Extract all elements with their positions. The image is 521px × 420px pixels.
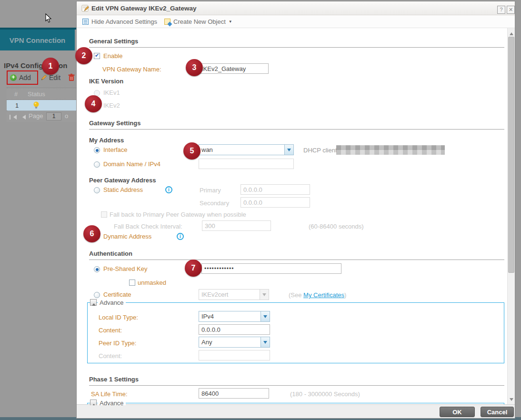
annotation-step-5: 5: [183, 142, 200, 160]
add-plus-icon: +: [10, 74, 17, 81]
interface-select[interactable]: wan: [199, 144, 294, 155]
chevron-down-icon: ▼: [229, 20, 232, 24]
primary-label: Primary: [200, 187, 221, 194]
peer-id-type-label: Peer ID Type:: [99, 340, 136, 347]
collapse-advance-button[interactable]: [90, 299, 97, 306]
annotation-step-3: 3: [186, 59, 203, 76]
dropdown-arrow-icon: [260, 337, 270, 347]
phase1-settings-heading: Phase 1 Settings: [89, 376, 139, 383]
hide-advanced-settings-label: Hide Advanced Settings: [91, 18, 157, 25]
sa-life-time-hint: (180 - 3000000 Seconds): [290, 390, 360, 398]
annotation-step-1: 1: [42, 58, 59, 75]
col-header-status: Status: [28, 90, 45, 98]
remove-trash-icon[interactable]: [68, 73, 75, 81]
primary-input[interactable]: [240, 184, 310, 195]
pre-shared-key-input[interactable]: [201, 263, 341, 274]
annotation-step-6: 6: [83, 225, 100, 242]
page-input[interactable]: 1: [46, 112, 61, 120]
row-number: 1: [15, 102, 19, 109]
local-id-type-label: Local ID Type:: [99, 314, 138, 321]
cancel-button[interactable]: Cancel: [481, 407, 514, 417]
dialog-titlebar: Edit VPN Gateway IKEv2_Gateway ? ✕: [77, 1, 515, 15]
interface-label: Interface: [103, 146, 128, 153]
dynamic-address-info-icon[interactable]: [177, 233, 184, 240]
dialog-title: Edit VPN Gateway IKEv2_Gateway: [91, 5, 197, 12]
local-content-input[interactable]: [199, 324, 270, 335]
fallback-interval-hint: (60-86400 seconds): [309, 223, 364, 230]
local-id-type-select[interactable]: IPv4: [199, 311, 270, 322]
ok-button[interactable]: OK: [440, 407, 475, 417]
status-lightbulb-icon: [32, 101, 40, 110]
help-button[interactable]: ?: [497, 6, 505, 14]
interface-radio[interactable]: [94, 147, 100, 153]
divider: [89, 129, 504, 130]
dialog-scrollbar[interactable]: [507, 28, 515, 405]
collapse-advance-button-2[interactable]: [90, 400, 97, 405]
close-button[interactable]: ✕: [507, 6, 515, 14]
certificate-label: Certificate: [103, 291, 131, 298]
create-new-object-icon: [164, 19, 170, 25]
fallback-label: Fall back to Primary Peer Gateway when p…: [110, 211, 246, 218]
prev-page-icon[interactable]: [20, 114, 26, 121]
unmasked-checkbox[interactable]: [129, 280, 135, 286]
peer-id-type-select[interactable]: Any: [199, 337, 270, 348]
fallback-interval-input[interactable]: [202, 220, 271, 231]
tab-vpn-connection[interactable]: VPN Connection: [0, 30, 75, 50]
unmasked-label: unmasked: [138, 279, 166, 286]
certificate-select[interactable]: IKEv2cert: [199, 289, 269, 300]
edit-dialog-icon: [81, 4, 90, 12]
dropdown-arrow-icon: [260, 311, 270, 321]
page-suffix: o: [65, 112, 68, 120]
gateway-settings-heading: Gateway Settings: [89, 120, 140, 127]
advance-fieldset: [87, 302, 504, 363]
annotation-step-7: 7: [185, 260, 202, 277]
first-page-icon[interactable]: [10, 114, 17, 121]
local-content-label: Content:: [99, 327, 122, 334]
scrollbar-thumb[interactable]: [508, 37, 514, 273]
vpn-gateway-name-input[interactable]: [199, 63, 269, 74]
enable-label: Enable: [103, 52, 122, 60]
edit-button[interactable]: Edit: [49, 74, 60, 81]
my-certificates-link[interactable]: My Certificates: [303, 291, 344, 299]
fallback-checkbox[interactable]: [101, 211, 107, 218]
static-address-radio[interactable]: [94, 187, 100, 193]
table-row[interactable]: 1: [7, 100, 77, 111]
table-header: # Status: [7, 88, 77, 100]
ike-version-heading: IKE Version: [89, 78, 123, 85]
advanced-settings-icon: [82, 19, 89, 25]
peer-id-type-value: Any: [201, 339, 212, 346]
add-button[interactable]: + Add: [7, 70, 38, 85]
ikev1-label: IKEv1: [103, 89, 120, 96]
authentication-heading: Authentication: [89, 250, 132, 257]
page-label: Page: [29, 112, 43, 120]
interface-select-value: wan: [201, 146, 213, 153]
divider: [89, 385, 504, 386]
dynamic-address-label: Dynamic Address: [103, 233, 151, 240]
add-button-label: Add: [19, 74, 31, 81]
hide-advanced-settings-button[interactable]: Hide Advanced Settings: [82, 15, 157, 28]
local-id-type-value: IPv4: [201, 313, 214, 320]
fallback-interval-label: Fall Back Check Interval:: [114, 223, 182, 230]
create-new-object-button[interactable]: Create New Object ▼: [164, 15, 232, 28]
my-address-heading: My Address: [89, 137, 124, 144]
domain-name-input[interactable]: [199, 159, 294, 169]
edit-pencil-icon: [40, 74, 48, 81]
enable-checkbox[interactable]: [94, 53, 100, 59]
domain-name-label: Domain Name / IPv4: [103, 160, 160, 168]
domain-name-radio[interactable]: [94, 161, 100, 168]
dialog-footer: OK Cancel: [77, 404, 515, 418]
peer-content-label: Content:: [99, 352, 122, 360]
advance-legend-2: Advance: [98, 400, 126, 405]
certificate-radio[interactable]: [94, 292, 100, 298]
scroll-up-icon[interactable]: [510, 30, 513, 35]
ikev2-label: IKEv2: [103, 102, 120, 109]
secondary-label: Secondary: [200, 200, 229, 207]
advance-legend: Advance: [98, 299, 126, 306]
scroll-down-icon[interactable]: [510, 398, 513, 403]
static-address-info-icon[interactable]: [165, 186, 172, 193]
secondary-input[interactable]: [240, 197, 310, 208]
pre-shared-key-radio[interactable]: [94, 266, 100, 272]
peer-content-input[interactable]: [199, 350, 270, 360]
col-header-number: #: [14, 90, 18, 98]
sa-life-time-input[interactable]: [199, 388, 269, 399]
